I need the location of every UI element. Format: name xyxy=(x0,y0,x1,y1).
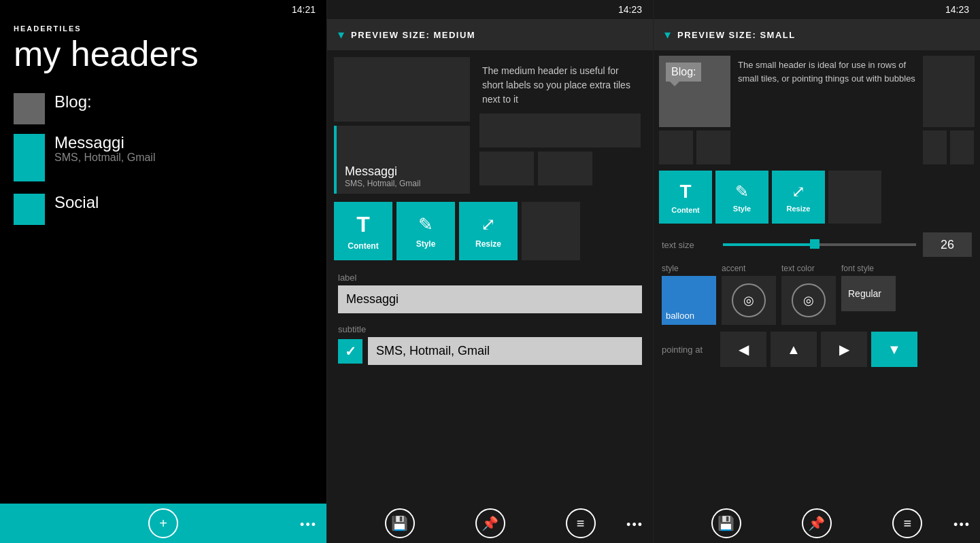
app-subtitle: my headers xyxy=(0,33,326,86)
menu-icon: ≡ xyxy=(577,516,585,531)
style-label: Style xyxy=(416,239,436,249)
tile-list: Blog: Messaggi SMS, Hotmail, Gmail Socia… xyxy=(0,86,326,241)
time-right: 14:23 xyxy=(945,4,969,15)
arrow-left-btn[interactable]: ◀ xyxy=(720,332,766,367)
bottom-bar-right: 💾 📌 ≡ ••• xyxy=(654,504,980,543)
bubble-header-tile: Blog: xyxy=(659,56,730,127)
right-tile-bml xyxy=(923,130,947,164)
preview-tile-name: Messaggi xyxy=(345,164,462,179)
pin-button-middle[interactable]: 📌 xyxy=(475,508,505,538)
social-label: Social xyxy=(54,194,99,211)
bubble-pointer xyxy=(670,82,679,86)
panel-header-middle: ▾ PREVIEW SIZE: MEDIUM xyxy=(327,19,653,50)
preview-placeholder-top xyxy=(334,57,470,122)
accent-col: accent ◎ xyxy=(722,264,776,325)
bottom-bar-middle: 💾 📌 ≡ ••• xyxy=(327,504,653,543)
content-icon-right: T xyxy=(679,181,691,203)
action-tiles-small: T Content ✎ Style ⤢ Resize xyxy=(654,167,980,227)
more-button-right[interactable]: ••• xyxy=(953,518,970,532)
preview-size-title-medium: PREVIEW SIZE: MEDIUM xyxy=(351,30,475,40)
text-color-circle[interactable]: ◎ xyxy=(792,283,826,317)
add-button[interactable]: + xyxy=(148,508,178,538)
pointing-at-row: pointing at ◀ ▲ ▶ ▼ xyxy=(662,332,972,367)
accent-col-label: accent xyxy=(722,264,776,273)
panel-middle: 14:23 ▾ PREVIEW SIZE: MEDIUM Messaggi SM… xyxy=(327,0,654,543)
preview-header-tile: Messaggi SMS, Hotmail, Gmail xyxy=(334,126,470,194)
label-input[interactable] xyxy=(338,285,642,313)
more-button[interactable]: ••• xyxy=(300,518,317,532)
style-options-row: style balloon accent ◎ text color ◎ xyxy=(662,264,972,325)
chevron-down-icon-right: ▾ xyxy=(664,27,671,42)
time-middle: 14:23 xyxy=(618,4,642,15)
style-label-right: Style xyxy=(733,205,751,213)
preview-placeholder-right-bl xyxy=(479,152,534,186)
messaggi-label: Messaggi xyxy=(54,134,155,152)
pointing-at-label: pointing at xyxy=(662,345,716,355)
arrow-left-icon: ◀ xyxy=(739,341,749,357)
pin-icon: 📌 xyxy=(481,515,499,531)
content-tile-right[interactable]: T Content xyxy=(659,171,712,224)
style-tile-right[interactable]: ✎ Style xyxy=(715,171,768,224)
accent-circle[interactable]: ◎ xyxy=(732,283,766,317)
style-balloon-tile[interactable]: balloon xyxy=(662,276,716,325)
style-icon-right: ✎ xyxy=(735,182,749,201)
save-button-middle[interactable]: 💾 xyxy=(385,508,415,538)
content-label: Content xyxy=(348,241,378,251)
arrow-down-btn[interactable]: ▼ xyxy=(871,332,917,367)
preview-placeholder-right-top xyxy=(479,113,641,147)
bottom-bar-left: + ••• xyxy=(0,504,326,543)
status-bar-middle: 14:23 xyxy=(327,0,653,19)
subtitle-section: subtitle ✓ xyxy=(327,321,653,373)
font-style-value[interactable]: Regular xyxy=(841,276,896,311)
list-item[interactable]: Blog: xyxy=(14,93,313,124)
subtitle-checkbox[interactable]: ✓ xyxy=(338,339,362,364)
right-tile-bmr xyxy=(950,130,974,164)
blog-tile-icon xyxy=(14,93,45,124)
slider-thumb[interactable] xyxy=(810,239,820,249)
status-bar-left: 14:21 xyxy=(0,0,326,19)
resize-tile-right[interactable]: ⤢ Resize xyxy=(772,171,825,224)
menu-button-right[interactable]: ≡ xyxy=(892,508,922,538)
style-col: style balloon xyxy=(662,264,716,325)
text-color-icon: ◎ xyxy=(803,293,814,308)
text-color-tile[interactable]: ◎ xyxy=(781,276,836,325)
pin-icon-right: 📌 xyxy=(808,515,825,531)
more-button-middle[interactable]: ••• xyxy=(626,518,643,532)
preview-size-title-small: PREVIEW SIZE: SMALL xyxy=(677,30,796,40)
menu-button-middle[interactable]: ≡ xyxy=(566,508,596,538)
resize-tile[interactable]: ⤢ Resize xyxy=(459,202,518,260)
resize-label-right: Resize xyxy=(787,205,811,213)
subtitle-input[interactable] xyxy=(368,337,642,365)
blog-label: Blog: xyxy=(54,93,92,111)
accent-tile[interactable]: ◎ xyxy=(722,276,776,325)
arrow-up-btn[interactable]: ▲ xyxy=(771,332,817,367)
content-label-right: Content xyxy=(671,206,700,214)
chevron-down-icon: ▾ xyxy=(338,27,344,42)
save-icon: 💾 xyxy=(391,515,408,531)
save-button-right[interactable]: 💾 xyxy=(711,508,741,538)
content-tile[interactable]: T Content xyxy=(334,202,392,260)
arrow-right-btn[interactable]: ▶ xyxy=(821,332,867,367)
preview-description-medium: The medium header is useful for short la… xyxy=(479,61,641,109)
resize-label: Resize xyxy=(475,239,501,249)
resize-icon: ⤢ xyxy=(481,214,496,235)
slider-track[interactable] xyxy=(723,243,916,246)
time-left: 14:21 xyxy=(292,4,316,15)
text-size-value: 26 xyxy=(923,232,972,257)
small-tile-bl xyxy=(659,130,693,164)
subtitle-field-label: subtitle xyxy=(338,324,642,334)
add-icon: + xyxy=(159,516,167,531)
font-style-label: font style xyxy=(841,264,896,273)
social-tile-icon xyxy=(14,194,45,225)
panel-left: 14:21 HEADERTILES my headers Blog: Messa… xyxy=(0,0,327,543)
extra-tile-right xyxy=(828,171,881,224)
text-size-label: text size xyxy=(662,240,716,250)
style-tile[interactable]: ✎ Style xyxy=(396,202,455,260)
balloon-label: balloon xyxy=(666,311,694,321)
preview-area-small: Blog: The small header is ideal for use … xyxy=(654,50,980,167)
list-item[interactable]: Messaggi SMS, Hotmail, Gmail xyxy=(14,134,313,181)
right-tile-top xyxy=(923,56,975,127)
list-item[interactable]: Social xyxy=(14,194,313,225)
pin-button-right[interactable]: 📌 xyxy=(802,508,832,538)
text-color-label: text color xyxy=(781,264,836,273)
